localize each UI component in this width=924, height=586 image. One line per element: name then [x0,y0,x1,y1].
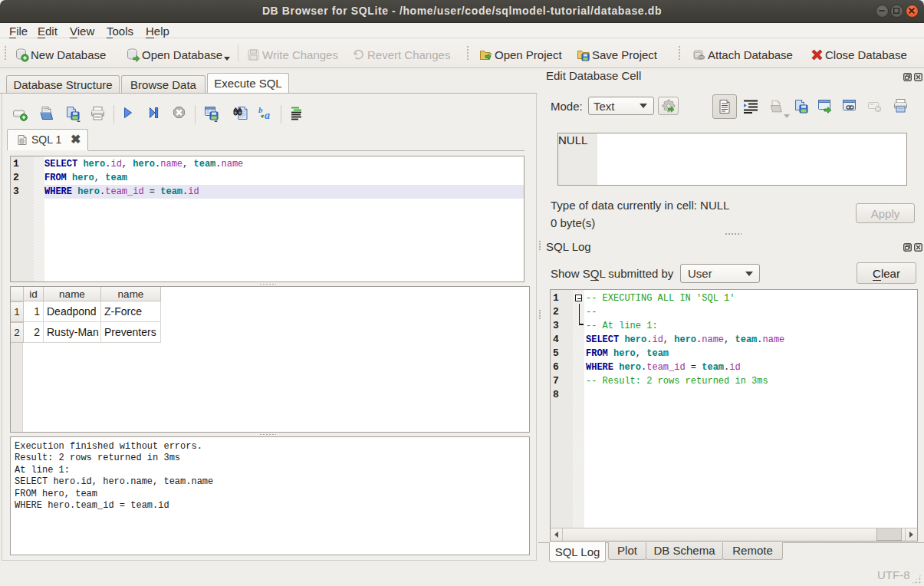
svg-text:b: b [258,106,263,114]
svg-text:a: a [265,110,270,121]
